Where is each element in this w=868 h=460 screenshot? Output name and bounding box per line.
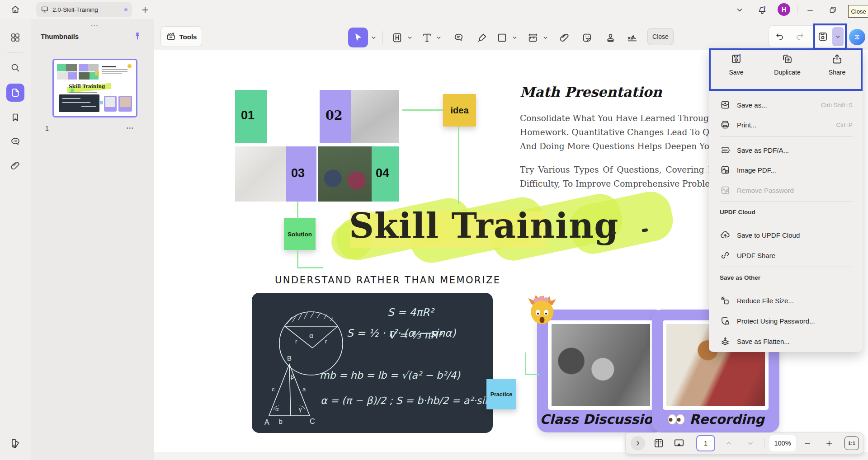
- tool-note[interactable]: [449, 28, 467, 47]
- tool-shape-chevron[interactable]: [511, 28, 518, 47]
- save-button[interactable]: [816, 29, 830, 44]
- sidebar-item-swatches[interactable]: [6, 435, 24, 453]
- close-window-tooltip[interactable]: Close: [848, 5, 868, 18]
- menu-action-duplicate[interactable]: Duplicate: [762, 53, 813, 87]
- tool-shape[interactable]: [493, 28, 511, 47]
- blackboard: α r r B β a c α γ A b C S = ½ · r²· (α −…: [252, 293, 493, 433]
- zoom-level-display[interactable]: 100%: [769, 435, 796, 451]
- menu-item-shortcut: Ctrl+P: [836, 122, 853, 128]
- chevron-down-icon: [542, 35, 548, 41]
- tool-select-cursor-chevron[interactable]: [370, 28, 377, 47]
- menu-item-protect-using-password[interactable]: Protect Using Password...: [716, 311, 856, 331]
- grid-photo-sketches: [235, 146, 286, 202]
- avatar[interactable]: H: [778, 3, 790, 16]
- tool-measure[interactable]: [524, 28, 542, 47]
- page-thumbnail[interactable]: Skill Training: [52, 59, 137, 117]
- window-menu-chevron-button[interactable]: [734, 5, 745, 15]
- panel-drag-handle[interactable]: •••: [86, 23, 104, 28]
- tool-select-cursor[interactable]: [348, 28, 368, 47]
- minimize-button[interactable]: [804, 4, 816, 16]
- tools-button[interactable]: Tools: [160, 26, 202, 47]
- undo-button[interactable]: [773, 30, 787, 43]
- sticky-note-idea[interactable]: idea: [443, 94, 476, 127]
- redo-button[interactable]: [793, 30, 807, 43]
- reading-mode-button[interactable]: [651, 436, 666, 451]
- tool-highlighter[interactable]: [473, 28, 491, 47]
- menu-item-image-pdf[interactable]: Image PDF...: [716, 160, 856, 180]
- document-tab[interactable]: 2.0-Skill-Training: [36, 2, 132, 17]
- menu-item-reduce-file-size[interactable]: Reduce File Size...: [716, 291, 856, 310]
- next-page-button[interactable]: [744, 438, 757, 449]
- menu-action-save[interactable]: Save: [711, 53, 762, 87]
- new-tab-button[interactable]: [139, 4, 151, 16]
- menu-item-save-as[interactable]: Save as... Ctrl+Shift+S: [716, 95, 856, 115]
- zoom-out-button[interactable]: [801, 437, 814, 450]
- expand-bar-button[interactable]: [631, 436, 645, 451]
- menu-item-save-as-pdfa[interactable]: PDF/A Save as PDF/A...: [716, 140, 856, 160]
- sidebar-item-bookmarks[interactable]: [6, 108, 24, 127]
- polaroid-photo-frame: [548, 320, 654, 410]
- notifications-button[interactable]: [756, 4, 769, 16]
- sidebar-item-comments[interactable]: [6, 132, 24, 150]
- sidebar-item-apps[interactable]: [6, 28, 24, 47]
- polaroid-caption: Recording: [689, 412, 764, 427]
- tool-stamp[interactable]: [601, 28, 619, 47]
- svg-text:c: c: [272, 386, 275, 393]
- pin-panel-button[interactable]: [131, 30, 144, 42]
- sticky-note-practice[interactable]: Practice: [486, 379, 516, 409]
- sticky-note-solution[interactable]: Solution: [284, 218, 316, 250]
- home-button[interactable]: [7, 3, 24, 16]
- reduce-size-icon: [720, 295, 731, 306]
- svg-text:γ: γ: [299, 406, 302, 413]
- tool-sticker[interactable]: [578, 28, 596, 47]
- board-formula-median: mb = hb = lb = √(a² − b²/4): [320, 370, 460, 381]
- save-dropdown-button[interactable]: [832, 27, 844, 46]
- previous-page-button[interactable]: [722, 438, 735, 449]
- sidebar-item-attachments[interactable]: [6, 157, 24, 175]
- menu-item-save-to-updf-cloud[interactable]: Save to UPDF Cloud: [716, 225, 856, 245]
- connector-line: [297, 267, 323, 268]
- sidebar-item-search[interactable]: [6, 59, 24, 77]
- menu-item-label: Save as PDF/A...: [737, 146, 789, 154]
- grid-photo-tools: [351, 90, 399, 143]
- menu-item-updf-share[interactable]: UPDF Share: [716, 245, 856, 265]
- practice-note-label: Practice: [491, 391, 513, 398]
- zoom-in-button[interactable]: [823, 437, 835, 450]
- presentation-mode-button[interactable]: [672, 436, 686, 451]
- menu-item-label: Save as...: [737, 101, 767, 109]
- toolbar-divider: [644, 31, 644, 44]
- menu-action-share[interactable]: Share: [811, 53, 863, 87]
- tool-signature[interactable]: [622, 28, 643, 47]
- connector-line: [458, 127, 459, 204]
- menu-action-label: Share: [829, 69, 845, 76]
- tool-attachment[interactable]: [555, 28, 573, 47]
- chevron-down-icon: [736, 6, 743, 14]
- save-floppy-icon: [817, 31, 829, 42]
- menu-item-print[interactable]: Print... Ctrl+P: [716, 115, 856, 135]
- sidebar-item-thumbnails[interactable]: [6, 84, 24, 102]
- tool-measure-chevron[interactable]: [542, 28, 549, 47]
- tab-title: 2.0-Skill-Training: [52, 6, 98, 13]
- svg-text:β: β: [291, 373, 294, 380]
- svg-text:b: b: [279, 418, 283, 425]
- chevron-down-icon: [407, 35, 413, 41]
- svg-text:a: a: [302, 386, 306, 393]
- ai-assistant-button[interactable]: [849, 29, 865, 45]
- actual-size-button[interactable]: 1:1: [844, 437, 859, 450]
- tool-heading-chevron[interactable]: [406, 28, 413, 47]
- tool-heading[interactable]: [388, 28, 406, 47]
- reading-mode-icon: [653, 437, 665, 449]
- menu-item-save-as-flatten[interactable]: Save as Flatten...: [716, 331, 856, 351]
- tool-text[interactable]: [418, 28, 436, 47]
- menu-section-updf-cloud: UPDF Cloud: [720, 209, 851, 219]
- page-number-input[interactable]: 1: [696, 435, 715, 451]
- menu-divider: [719, 267, 853, 267]
- restore-button[interactable]: [826, 4, 839, 16]
- chevron-up-icon: [725, 440, 732, 447]
- tools-box-icon: [166, 32, 176, 42]
- bottombar-divider: [764, 438, 764, 449]
- thumbnail-more-button[interactable]: •••: [127, 126, 134, 131]
- connector-line: [297, 249, 298, 268]
- close-editor-button[interactable]: Close: [647, 28, 674, 45]
- tool-text-chevron[interactable]: [435, 28, 442, 47]
